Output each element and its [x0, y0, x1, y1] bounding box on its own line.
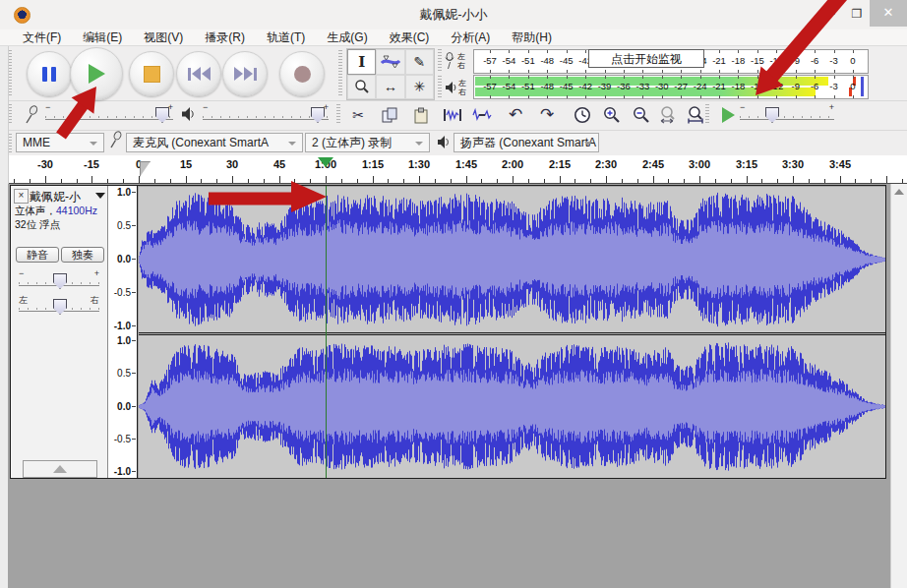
- selection-tool-button[interactable]: I: [347, 49, 376, 75]
- trim-audio-button[interactable]: [439, 103, 466, 127]
- copy-button[interactable]: [376, 103, 403, 127]
- selection-tool-icon: I: [358, 53, 365, 71]
- skip-to-start-button[interactable]: [176, 51, 221, 96]
- redo-icon: ↷: [540, 104, 554, 125]
- gain-plus: +: [94, 268, 99, 278]
- scrollbar-up-icon: [894, 189, 904, 195]
- pan-left-label: 左: [19, 294, 28, 307]
- pan-thumb[interactable]: [53, 299, 67, 315]
- vertical-scale-ruler[interactable]: 1.00.50.0-0.5-1.01.00.50.0-0.5-1.0: [108, 186, 138, 478]
- minimize-button[interactable]: –: [818, 4, 844, 24]
- pan-slider[interactable]: 左 右: [19, 296, 99, 316]
- fit-selection-button[interactable]: [655, 103, 683, 127]
- redo-button[interactable]: ↷: [533, 102, 561, 126]
- playback-volume-thumb[interactable]: [311, 107, 325, 123]
- edit-toolbar-grip[interactable]: [336, 104, 340, 125]
- audio-host-select[interactable]: MME: [16, 133, 104, 152]
- menu-transport[interactable]: 播录(R): [194, 29, 256, 46]
- zoom-tool-button[interactable]: [347, 75, 376, 100]
- record-button[interactable]: [279, 51, 325, 96]
- playback-volume-slider[interactable]: − +: [203, 104, 329, 124]
- play-meter-icon-group[interactable]: 左右: [445, 75, 472, 99]
- meter-scale-label: -48: [540, 81, 554, 91]
- menu-help[interactable]: 帮助(H): [501, 29, 563, 46]
- record-meter-icon-group[interactable]: 左右: [445, 48, 472, 73]
- ruler-label: 0.0: [117, 254, 131, 265]
- track-title[interactable]: 戴佩妮-小: [30, 189, 94, 206]
- mute-button[interactable]: 静音: [16, 247, 59, 263]
- cut-button[interactable]: ✂: [344, 103, 372, 127]
- microphone-icon: [445, 52, 455, 70]
- play-speed-thumb[interactable]: [765, 107, 779, 123]
- close-button[interactable]: ✕: [870, 0, 907, 27]
- timeline-label: 3:15: [736, 158, 757, 170]
- multi-tool-button[interactable]: ✳: [405, 75, 434, 100]
- envelope-tool-icon: [381, 55, 400, 69]
- menu-generate[interactable]: 生成(G): [316, 29, 378, 46]
- maximize-button[interactable]: ❐: [844, 4, 870, 24]
- playback-device-select[interactable]: 扬声器 (Conexant SmartA: [454, 133, 599, 152]
- playback-volume-minus: −: [203, 102, 208, 112]
- draw-tool-icon: ✎: [413, 54, 425, 70]
- menu-analyze[interactable]: 分析(A): [440, 29, 501, 46]
- menu-effect[interactable]: 效果(C): [379, 29, 441, 46]
- menu-tracks[interactable]: 轨道(T): [256, 29, 316, 46]
- timeshift-tool-button[interactable]: ↔: [376, 75, 404, 100]
- skip-to-end-button[interactable]: [222, 51, 268, 96]
- undo-button[interactable]: ↶: [502, 102, 529, 126]
- mixer-mic-icon-wrap: [24, 105, 39, 125]
- toolbar-divider-1: [0, 100, 907, 101]
- playback-cursor-line: [326, 186, 327, 478]
- multi-tool-icon: ✳: [413, 79, 425, 94]
- play-speed-minus: −: [740, 102, 745, 112]
- gain-slider[interactable]: − +: [19, 270, 99, 290]
- solo-button[interactable]: 独奏: [61, 247, 104, 263]
- track-menu-arrow-icon[interactable]: [95, 193, 105, 199]
- zoom-in-button[interactable]: [598, 103, 626, 127]
- menu-edit[interactable]: 编辑(E): [72, 29, 133, 46]
- track-close-button[interactable]: ×: [14, 189, 29, 204]
- menu-file[interactable]: 文件(F): [12, 29, 72, 46]
- playback-meter[interactable]: -57-54-51-48-45-42-39-36-33-30-27-24-21-…: [473, 75, 869, 99]
- envelope-tool-button[interactable]: [376, 49, 404, 75]
- zoom-out-button[interactable]: [628, 103, 655, 127]
- play-meter-grip[interactable]: [438, 76, 442, 98]
- tools-toolbar: I ✎ ↔ ✳: [346, 48, 435, 100]
- sync-lock-button[interactable]: [569, 103, 596, 127]
- play-at-speed-button[interactable]: [714, 103, 742, 127]
- recording-device-select[interactable]: 麦克风 (Conexant SmartA: [126, 133, 303, 152]
- play-speed-slider[interactable]: − +: [740, 104, 834, 124]
- stop-button[interactable]: [129, 51, 174, 96]
- meter-scale-label: -3: [829, 55, 837, 66]
- track-collapse-button[interactable]: [23, 460, 97, 478]
- mixer-microphone-icon: [24, 105, 39, 125]
- fit-selection-icon: [659, 106, 679, 124]
- waveform-channel-1[interactable]: [139, 187, 886, 332]
- menu-view[interactable]: 视图(V): [133, 29, 194, 46]
- timeline-ruler[interactable]: -30-1501530451:001:151:301:452:002:152:3…: [0, 155, 907, 184]
- record-volume-thumb[interactable]: [155, 107, 169, 123]
- draw-tool-button[interactable]: ✎: [405, 49, 434, 75]
- monitor-tooltip: 点击开始监视: [588, 49, 704, 68]
- playback-cursor-triangle-icon[interactable]: [318, 157, 333, 167]
- fit-project-icon: [687, 106, 706, 124]
- pause-button[interactable]: [27, 51, 72, 96]
- play-button[interactable]: [70, 47, 123, 100]
- gain-thumb[interactable]: [53, 273, 67, 289]
- vertical-scrollbar[interactable]: [890, 184, 907, 588]
- recording-channels-select[interactable]: 2 (立体声) 录制: [305, 133, 430, 152]
- silence-audio-button[interactable]: [468, 103, 496, 127]
- device-mic-icon-wrap: [108, 131, 123, 149]
- fit-project-button[interactable]: [683, 103, 710, 127]
- ruler-label: 1.0: [117, 187, 131, 198]
- meter-scale-label: -39: [598, 81, 612, 91]
- zoom-in-icon: [603, 106, 621, 124]
- paste-button[interactable]: [407, 103, 435, 127]
- ruler-label: -1.0: [114, 321, 131, 331]
- waveform-channel-2[interactable]: [139, 335, 886, 478]
- channel-divider: [139, 332, 886, 335]
- record-meter-grip[interactable]: [438, 49, 442, 72]
- record-volume-slider[interactable]: − +: [45, 104, 173, 124]
- quickplay-pin-icon[interactable]: [140, 161, 151, 177]
- tools-toolbar-grip[interactable]: [338, 50, 342, 96]
